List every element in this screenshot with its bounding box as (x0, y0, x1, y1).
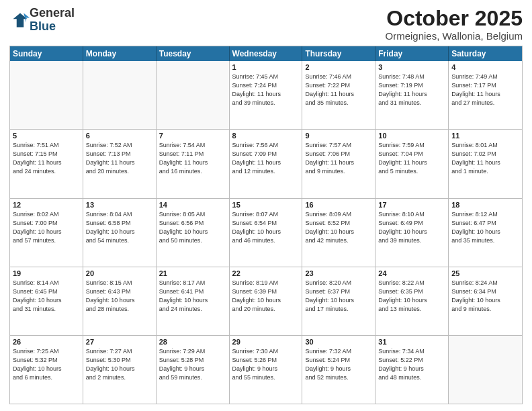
calendar: SundayMondayTuesdayWednesdayThursdayFrid… (9, 46, 523, 404)
day-cell-empty (83, 61, 157, 129)
logo-area: General Blue (9, 7, 75, 34)
day-number: 26 (13, 338, 80, 346)
day-info: Sunrise: 7:48 AM Sunset: 7:19 PM Dayligh… (378, 73, 445, 107)
day-number: 20 (86, 269, 153, 277)
day-info: Sunrise: 7:25 AM Sunset: 5:32 PM Dayligh… (13, 347, 80, 382)
day-number: 28 (159, 338, 226, 346)
day-info: Sunrise: 7:56 AM Sunset: 7:09 PM Dayligh… (232, 141, 300, 176)
day-info: Sunrise: 8:17 AM Sunset: 6:41 PM Dayligh… (159, 279, 226, 314)
logo-blue-text: Blue (30, 19, 56, 33)
location-title: Ormeignies, Wallonia, Belgium (385, 30, 523, 42)
day-cell-24: 24Sunrise: 8:22 AM Sunset: 6:35 PM Dayli… (375, 267, 449, 335)
day-info: Sunrise: 7:54 AM Sunset: 7:11 PM Dayligh… (159, 141, 226, 176)
day-cell-empty (10, 61, 83, 129)
day-number: 1 (232, 63, 300, 71)
day-info: Sunrise: 8:02 AM Sunset: 7:00 PM Dayligh… (13, 210, 80, 245)
day-cell-13: 13Sunrise: 8:04 AM Sunset: 6:58 PM Dayli… (83, 199, 157, 267)
day-info: Sunrise: 8:14 AM Sunset: 6:45 PM Dayligh… (13, 279, 80, 314)
day-number: 4 (451, 63, 519, 71)
day-cell-14: 14Sunrise: 8:05 AM Sunset: 6:56 PM Dayli… (157, 199, 230, 267)
day-cell-10: 10Sunrise: 7:59 AM Sunset: 7:04 PM Dayli… (375, 130, 449, 197)
day-cell-31: 31Sunrise: 7:34 AM Sunset: 5:22 PM Dayli… (375, 336, 449, 404)
day-number: 24 (378, 269, 445, 277)
day-number: 6 (86, 132, 153, 140)
calendar-week-3: 12Sunrise: 8:02 AM Sunset: 7:00 PM Dayli… (10, 198, 522, 267)
day-number: 15 (232, 201, 300, 209)
page: General Blue October 2025 Ormeignies, Wa… (0, 0, 532, 411)
day-cell-27: 27Sunrise: 7:27 AM Sunset: 5:30 PM Dayli… (83, 336, 157, 404)
day-number: 2 (305, 63, 372, 71)
day-number: 23 (305, 269, 372, 277)
day-number: 19 (13, 269, 80, 277)
day-cell-3: 3Sunrise: 7:48 AM Sunset: 7:19 PM Daylig… (375, 61, 449, 129)
calendar-week-1: 1Sunrise: 7:45 AM Sunset: 7:24 PM Daylig… (10, 61, 522, 129)
day-info: Sunrise: 8:20 AM Sunset: 6:37 PM Dayligh… (305, 279, 372, 314)
day-info: Sunrise: 8:01 AM Sunset: 7:02 PM Dayligh… (451, 141, 519, 176)
day-info: Sunrise: 7:49 AM Sunset: 7:17 PM Dayligh… (451, 73, 519, 107)
day-info: Sunrise: 7:32 AM Sunset: 5:24 PM Dayligh… (305, 347, 372, 382)
header-day-friday: Friday (375, 46, 449, 61)
day-info: Sunrise: 8:12 AM Sunset: 6:47 PM Dayligh… (451, 210, 519, 245)
day-info: Sunrise: 7:59 AM Sunset: 7:04 PM Dayligh… (378, 141, 445, 176)
day-cell-30: 30Sunrise: 7:32 AM Sunset: 5:24 PM Dayli… (302, 336, 375, 404)
day-number: 18 (451, 201, 519, 209)
day-number: 3 (378, 63, 445, 71)
day-cell-15: 15Sunrise: 8:07 AM Sunset: 6:54 PM Dayli… (230, 199, 303, 267)
title-area: October 2025 Ormeignies, Wallonia, Belgi… (385, 7, 523, 42)
month-title: October 2025 (385, 7, 523, 30)
day-number: 17 (378, 201, 445, 209)
day-info: Sunrise: 7:46 AM Sunset: 7:22 PM Dayligh… (305, 73, 372, 107)
day-info: Sunrise: 8:19 AM Sunset: 6:39 PM Dayligh… (232, 279, 300, 314)
calendar-body: 1Sunrise: 7:45 AM Sunset: 7:24 PM Daylig… (10, 61, 522, 404)
day-cell-6: 6Sunrise: 7:52 AM Sunset: 7:13 PM Daylig… (83, 130, 157, 197)
day-number: 11 (451, 132, 519, 140)
day-number: 13 (86, 201, 153, 209)
day-info: Sunrise: 7:45 AM Sunset: 7:24 PM Dayligh… (232, 73, 300, 107)
calendar-week-5: 26Sunrise: 7:25 AM Sunset: 5:32 PM Dayli… (10, 335, 522, 404)
day-info: Sunrise: 8:07 AM Sunset: 6:54 PM Dayligh… (232, 210, 300, 245)
header-day-saturday: Saturday (449, 46, 522, 61)
day-cell-8: 8Sunrise: 7:56 AM Sunset: 7:09 PM Daylig… (230, 130, 303, 197)
day-cell-22: 22Sunrise: 8:19 AM Sunset: 6:39 PM Dayli… (230, 267, 303, 335)
day-info: Sunrise: 8:05 AM Sunset: 6:56 PM Dayligh… (159, 210, 226, 245)
day-number: 25 (451, 269, 519, 277)
day-cell-5: 5Sunrise: 7:51 AM Sunset: 7:15 PM Daylig… (10, 130, 83, 197)
day-number: 29 (232, 338, 300, 346)
day-info: Sunrise: 8:15 AM Sunset: 6:43 PM Dayligh… (86, 279, 153, 314)
day-number: 10 (378, 132, 445, 140)
day-info: Sunrise: 7:30 AM Sunset: 5:26 PM Dayligh… (232, 347, 300, 382)
day-cell-17: 17Sunrise: 8:10 AM Sunset: 6:49 PM Dayli… (375, 199, 449, 267)
day-number: 31 (378, 338, 445, 346)
day-number: 22 (232, 269, 300, 277)
day-cell-26: 26Sunrise: 7:25 AM Sunset: 5:32 PM Dayli… (10, 336, 83, 404)
day-number: 27 (86, 338, 153, 346)
day-cell-18: 18Sunrise: 8:12 AM Sunset: 6:47 PM Dayli… (449, 199, 522, 267)
day-number: 21 (159, 269, 226, 277)
day-cell-9: 9Sunrise: 7:57 AM Sunset: 7:06 PM Daylig… (302, 130, 375, 197)
day-info: Sunrise: 8:10 AM Sunset: 6:49 PM Dayligh… (378, 210, 445, 245)
day-cell-12: 12Sunrise: 8:02 AM Sunset: 7:00 PM Dayli… (10, 199, 83, 267)
day-cell-2: 2Sunrise: 7:46 AM Sunset: 7:22 PM Daylig… (302, 61, 375, 129)
day-info: Sunrise: 7:34 AM Sunset: 5:22 PM Dayligh… (378, 347, 445, 382)
day-number: 16 (305, 201, 372, 209)
day-info: Sunrise: 8:04 AM Sunset: 6:58 PM Dayligh… (86, 210, 153, 245)
day-cell-29: 29Sunrise: 7:30 AM Sunset: 5:26 PM Dayli… (230, 336, 303, 404)
header-day-thursday: Thursday (302, 46, 375, 61)
day-info: Sunrise: 8:22 AM Sunset: 6:35 PM Dayligh… (378, 279, 445, 314)
day-cell-21: 21Sunrise: 8:17 AM Sunset: 6:41 PM Dayli… (157, 267, 230, 335)
day-number: 14 (159, 201, 226, 209)
day-cell-25: 25Sunrise: 8:24 AM Sunset: 6:34 PM Dayli… (449, 267, 522, 335)
day-info: Sunrise: 7:29 AM Sunset: 5:28 PM Dayligh… (159, 347, 226, 382)
day-number: 5 (13, 132, 80, 140)
day-cell-7: 7Sunrise: 7:54 AM Sunset: 7:11 PM Daylig… (157, 130, 230, 197)
logo-general-text: General (30, 6, 75, 19)
day-cell-16: 16Sunrise: 8:09 AM Sunset: 6:52 PM Dayli… (302, 199, 375, 267)
day-number: 12 (13, 201, 80, 209)
day-info: Sunrise: 8:09 AM Sunset: 6:52 PM Dayligh… (305, 210, 372, 245)
day-cell-20: 20Sunrise: 8:15 AM Sunset: 6:43 PM Dayli… (83, 267, 157, 335)
day-number: 30 (305, 338, 372, 346)
day-info: Sunrise: 7:27 AM Sunset: 5:30 PM Dayligh… (86, 347, 153, 382)
day-cell-4: 4Sunrise: 7:49 AM Sunset: 7:17 PM Daylig… (449, 61, 522, 129)
day-cell-28: 28Sunrise: 7:29 AM Sunset: 5:28 PM Dayli… (157, 336, 230, 404)
day-cell-empty (157, 61, 230, 129)
